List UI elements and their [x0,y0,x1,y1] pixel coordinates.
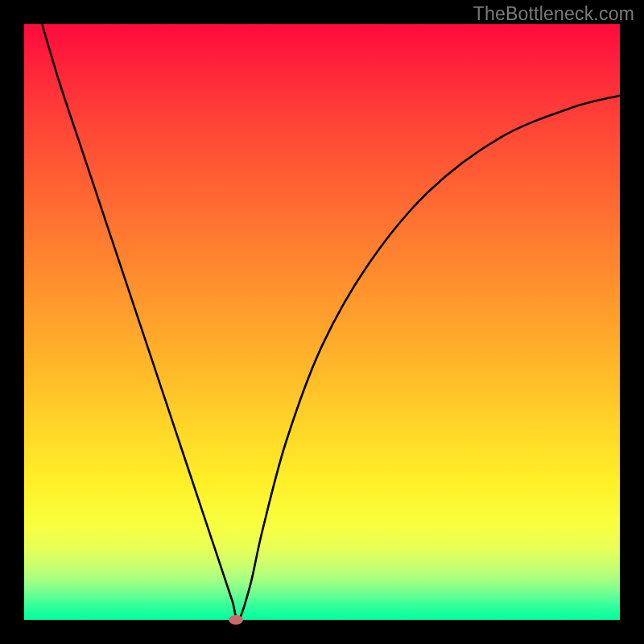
bottleneck-curve [42,24,620,620]
plot-area [24,24,620,620]
curve-svg [24,24,620,620]
chart-container: TheBottleneck.com [0,0,644,644]
minimum-marker [229,615,243,625]
watermark-text: TheBottleneck.com [473,3,634,25]
